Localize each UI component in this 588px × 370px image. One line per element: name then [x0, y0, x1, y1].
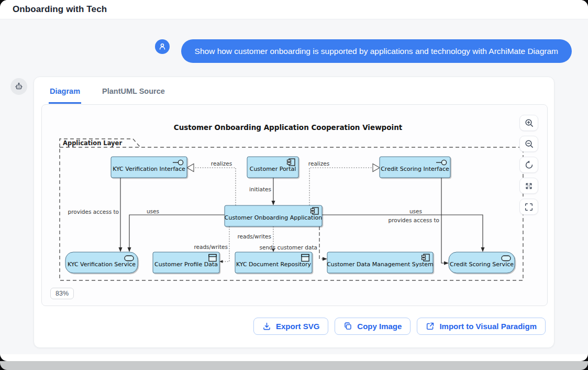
node-label: Credit Scoring Interface [381, 166, 449, 172]
page-title: Onboarding with Tech [13, 4, 107, 15]
diagram-title: Customer Onboarding Application Cooperat… [174, 123, 403, 132]
node-credit_iface: Credit Scoring Interface [380, 157, 450, 178]
node-label: Customer Data Management System [327, 261, 434, 268]
zoom-level-badge: 83% [50, 288, 74, 299]
edge-app-kyc_iface: realizes [187, 160, 236, 205]
footer-actions: Export SVGCopy ImageImport to Visual Par… [253, 318, 546, 335]
node-app: Customer Onboarding Application [225, 205, 322, 226]
node-profile: Customer Profile Data [153, 252, 219, 273]
node-label: KYC Verification Interface [113, 166, 185, 172]
data-object-icon [209, 255, 216, 262]
fullscreen-button[interactable] [519, 199, 538, 215]
reset-view-button[interactable] [519, 157, 538, 173]
expand-icon [524, 181, 534, 191]
zoom-out-button[interactable] [519, 136, 538, 152]
robot-icon [14, 82, 24, 91]
external-link-icon [426, 322, 435, 331]
export-svg-button[interactable]: Export SVG [253, 318, 328, 335]
node-cdms: Customer Data Management System [327, 252, 434, 273]
edge-label: initiates [249, 186, 271, 192]
edge-app-credit_iface: realizes [308, 160, 380, 205]
edge-kyc_iface-kyc_svc: provides access to [68, 178, 123, 252]
node-label: Customer Profile Data [154, 261, 218, 268]
node-portal: Customer Portal [247, 157, 298, 178]
node-kyc_svc: KYC Verification Service [65, 252, 138, 273]
edge-app-credit_svc: uses [322, 208, 485, 252]
node-label: Customer Portal [250, 166, 296, 172]
edge-label: reads/writes [194, 244, 228, 250]
app-header: Onboarding with Tech [0, 0, 588, 19]
zoom-toolbar [519, 115, 538, 215]
copy-image-button[interactable]: Copy Image [335, 318, 411, 335]
app-window: Onboarding with Tech Show how customer o… [0, 0, 588, 361]
tab-diagram[interactable]: Diagram [49, 87, 81, 104]
zoom-in-button[interactable] [519, 115, 538, 131]
edge-label: provides access to [389, 217, 440, 223]
node-repo: KYC Document Repository [235, 252, 312, 273]
node-credit_svc: Credit Scoring Service [449, 252, 515, 273]
reset-view-icon [524, 160, 534, 170]
bot-avatar [10, 78, 27, 95]
chat-area: Show how customer onboarding is supporte… [0, 19, 588, 354]
edge-label: realizes [308, 160, 329, 167]
edge-label: provides access to [68, 209, 119, 215]
result-card: DiagramPlantUML Source Customer Onboardi… [34, 77, 554, 348]
edge-label: uses [147, 208, 159, 214]
person-icon [158, 42, 167, 51]
diagram-viewport[interactable]: Customer Onboarding Application Cooperat… [41, 104, 548, 306]
node-label: KYC Verification Service [68, 261, 136, 268]
edge-portal-app: initiates [249, 178, 275, 205]
zoom-in-icon [524, 118, 534, 128]
application-service-icon [502, 256, 511, 261]
download-icon [262, 322, 271, 331]
node-kyc_iface: KYC Verification Interface [111, 157, 187, 178]
import-to-visual-paradigm-button[interactable]: Import to Visual Paradigm [417, 318, 546, 335]
copy-icon [343, 322, 352, 331]
fullscreen-icon [524, 202, 534, 212]
screen: Onboarding with Tech Show how customer o… [0, 0, 588, 370]
edge-label: uses [409, 208, 422, 214]
action-label: Export SVG [276, 322, 319, 331]
node-label: Credit Scoring Service [450, 261, 514, 268]
user-message-bubble: Show how customer onboarding is supporte… [181, 39, 572, 63]
user-avatar [155, 39, 170, 54]
data-object-icon [302, 255, 309, 262]
group-label: Application Layer [63, 139, 122, 147]
tab-bar: DiagramPlantUML Source [34, 77, 554, 104]
node-label: Customer Onboarding Application [225, 214, 322, 221]
desktop-backdrop [0, 361, 588, 370]
edge-label: realizes [211, 160, 232, 167]
node-label: KYC Document Repository [236, 261, 312, 268]
diagram-canvas: Customer Onboarding Application Cooperat… [56, 119, 525, 293]
action-label: Copy Image [357, 322, 402, 331]
edge-label: reads/writes [237, 233, 271, 240]
expand-button[interactable] [519, 178, 538, 194]
edge-label: sends customer data [260, 244, 318, 251]
zoom-out-icon [524, 139, 534, 149]
user-message-row: Show how customer onboarding is supporte… [155, 39, 572, 63]
application-service-icon [125, 256, 134, 261]
tab-plantuml-source[interactable]: PlantUML Source [101, 87, 166, 104]
action-label: Import to Visual Paradigm [439, 322, 537, 331]
